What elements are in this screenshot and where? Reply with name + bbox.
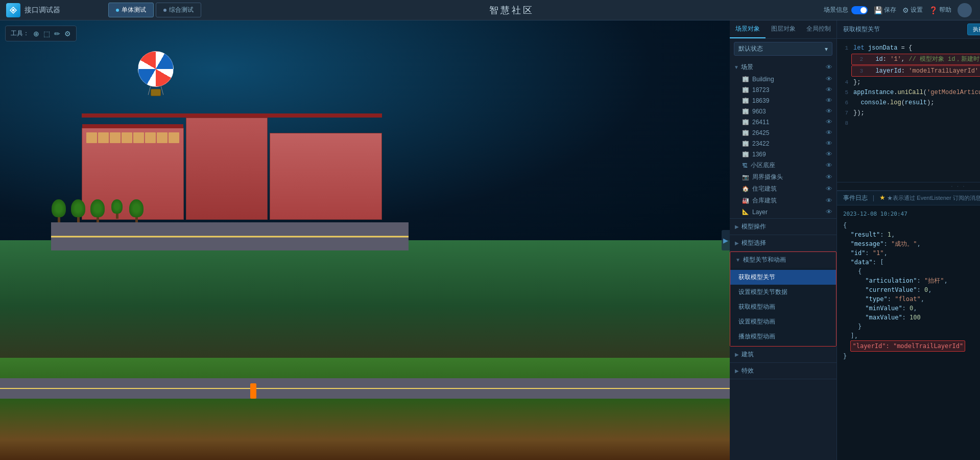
code-line-5: 5 appInstance.uniCall('getModelArticulat… <box>837 87 980 98</box>
tab-layer-objects[interactable]: 图层对象 <box>766 20 801 38</box>
item-visibility-camera[interactable]: 👁 <box>826 173 832 181</box>
item-visibility-layer[interactable]: 👁 <box>826 208 832 216</box>
scene-item-community-base[interactable]: 🏗 小区底座 👁 <box>738 159 836 171</box>
item-visibility-warehouse[interactable]: 👁 <box>826 197 832 204</box>
scene-item-warehouse[interactable]: 🏭 合库建筑 👁 <box>738 195 836 206</box>
scene-item-18723[interactable]: 🏢 18723 👁 <box>738 84 836 95</box>
code-editor[interactable]: 1 let jsonData = { 2 id: '1', // 模型对象 id… <box>837 39 980 182</box>
event-log-header: 事件日志 | ★ ★表示通过 EventListener 订阅的消息 清除 <box>837 191 980 205</box>
action-group-model-ops-header[interactable]: ▶ 模型操作 <box>730 219 836 235</box>
top-bar-tabs: 单体测试 综合测试 <box>102 3 207 17</box>
scene-item-26411[interactable]: 🏢 26411 👁 <box>738 117 836 127</box>
scene-tree: ▼ 场景 👁 🏢 Building 👁 🏢 18723 <box>730 59 836 460</box>
item-visibility-1369[interactable]: 👁 <box>826 150 832 158</box>
code-panel-title: 获取模型关节 <box>843 25 880 34</box>
item-icon-9603: 🏢 <box>742 108 749 114</box>
tab-integrated-test[interactable]: 综合测试 <box>156 3 201 17</box>
building-visibility-icon[interactable]: 👁 <box>826 75 832 83</box>
tree-5 <box>129 199 144 222</box>
item-visibility-9603[interactable]: 👁 <box>826 107 832 115</box>
code-line-8: 8 <box>837 118 980 128</box>
toggle-switch[interactable] <box>851 6 868 14</box>
balloon-basket <box>151 89 161 96</box>
action-get-animation[interactable]: 获取模型动画 <box>730 300 836 314</box>
action-group-effects-header[interactable]: ▶ 特效 <box>730 363 836 379</box>
visibility-icon[interactable]: 👁 <box>826 63 832 71</box>
item-visibility-residential[interactable]: 👁 <box>826 185 832 193</box>
settings-icon: ⚙ <box>902 6 909 14</box>
item-visibility-23422[interactable]: 👁 <box>826 140 832 147</box>
top-bar: 接口调试器 单体测试 综合测试 智慧社区 场景信息 💾 保存 ⚙ 设置 ❓ 帮 <box>0 0 980 20</box>
user-avatar[interactable] <box>958 3 972 17</box>
scene-item-layer[interactable]: 📐 Layer 👁 <box>738 206 836 217</box>
scene-item-1369[interactable]: 🏢 1369 👁 <box>738 149 836 159</box>
scene-panel: 场景对象 图层对象 全局控制 默认状态 ▾ ▼ 场景 <box>730 20 837 460</box>
road-main <box>51 222 409 250</box>
scene-info-toggle[interactable]: 场景信息 <box>824 6 868 14</box>
top-bar-left: 接口调试器 <box>0 3 102 17</box>
toggle-knob <box>861 7 867 13</box>
scene-item-26425[interactable]: 🏢 26425 👁 <box>738 127 836 138</box>
item-visibility-18639[interactable]: 👁 <box>826 97 832 104</box>
road-center-line <box>51 236 409 237</box>
help-icon: ❓ <box>929 6 938 14</box>
scene-tree-items: 🏢 Building 👁 🏢 18723 👁 🏢 18639 <box>730 74 836 217</box>
help-button[interactable]: ❓ 帮助 <box>929 6 951 14</box>
item-visibility-18723[interactable]: 👁 <box>826 86 832 94</box>
app-logo <box>6 3 20 17</box>
building-3 <box>270 133 382 220</box>
code-line-2: 2 id: '1', // 模型对象 id，新建时调用者自己传入的唯一标识， <box>851 54 980 65</box>
tab-scene-objects[interactable]: 场景对象 <box>730 20 766 38</box>
scene-item-residential[interactable]: 🏠 住宅建筑 👁 <box>738 183 836 195</box>
status-select[interactable]: 默认状态 ▾ <box>734 42 832 56</box>
tab-global-control[interactable]: 全局控制 <box>801 20 836 38</box>
action-play-animation[interactable]: 播放模型动画 <box>730 329 836 344</box>
scene-item-18639[interactable]: 🏢 18639 👁 <box>738 95 836 106</box>
tab-single-test[interactable]: 单体测试 <box>108 3 154 17</box>
arrow-model-select: ▶ <box>735 240 739 246</box>
animation-items: 获取模型关节 设置模型关节数据 获取模型动画 设置模型动画 <box>730 268 836 346</box>
action-set-animation[interactable]: 设置模型动画 <box>730 314 836 329</box>
svg-point-1 <box>12 9 15 11</box>
code-line-4: 4 }; <box>837 77 980 87</box>
pencil-icon[interactable]: ✏ <box>54 30 60 38</box>
page-title: 智慧社区 <box>207 4 816 16</box>
action-group-animation-header[interactable]: ▼ 模型关节和动画 <box>730 252 836 268</box>
item-visibility-26425[interactable]: 👁 <box>826 129 832 136</box>
execute-button[interactable]: 执行 <box>967 24 980 35</box>
action-set-articulation[interactable]: 设置模型关节数据 <box>730 285 836 300</box>
select-icon[interactable]: ⬚ <box>43 30 50 38</box>
building-2 <box>186 118 268 220</box>
action-group-model-select-header[interactable]: ▶ 模型选择 <box>730 235 836 251</box>
action-section: ▶ 模型操作 ▶ 模型选择 ▼ 模型关节和动画 <box>730 218 836 379</box>
main-area: 工具： ⊕ ⬚ ✏ ⚙ ▶ 场景对象 图层对象 全局控制 <box>0 20 980 460</box>
expand-viewport-button[interactable]: ▶ <box>722 230 730 250</box>
action-get-articulation[interactable]: 获取模型关节 <box>730 270 836 285</box>
arrow-building: ▶ <box>735 352 739 357</box>
item-visibility-community[interactable]: 👁 <box>826 162 832 169</box>
collapse-arrow: ▼ <box>734 64 739 70</box>
tree-2 <box>70 199 86 222</box>
action-group-building-header[interactable]: ▶ 建筑 <box>730 347 836 362</box>
crosshair-icon[interactable]: ⊕ <box>33 30 39 38</box>
scene-item-camera[interactable]: 📷 周界摄像头 👁 <box>738 171 836 183</box>
item-icon-warehouse: 🏭 <box>742 197 749 204</box>
tree-1 <box>51 199 66 222</box>
scene-item-building[interactable]: 🏢 Building 👁 <box>738 74 836 84</box>
top-bar-right: 场景信息 💾 保存 ⚙ 设置 ❓ 帮助 <box>816 3 980 17</box>
gear-tool-icon[interactable]: ⚙ <box>64 30 71 38</box>
arrow-effects: ▶ <box>735 368 739 374</box>
tab-dot-2 <box>163 9 166 12</box>
item-icon-26425: 🏢 <box>742 129 749 136</box>
viewport-toolbar: 工具： ⊕ ⬚ ✏ ⚙ <box>5 26 77 41</box>
scene-item-9603[interactable]: 🏢 9603 👁 <box>738 106 836 117</box>
building-icon: 🏢 <box>742 76 749 82</box>
save-button[interactable]: 💾 保存 <box>874 6 896 14</box>
settings-button[interactable]: ⚙ 设置 <box>902 6 923 14</box>
action-group-building: ▶ 建筑 <box>730 347 836 363</box>
event-log-content: 2023-12-08 10:20:47 { "result": 1, "mess… <box>837 205 980 460</box>
scene-tree-group-header[interactable]: ▼ 场景 👁 <box>730 61 836 74</box>
scene-item-23422[interactable]: 🏢 23422 👁 <box>738 138 836 149</box>
log-timestamp: 2023-12-08 10:20:47 <box>843 210 980 219</box>
item-visibility-26411[interactable]: 👁 <box>826 118 832 126</box>
